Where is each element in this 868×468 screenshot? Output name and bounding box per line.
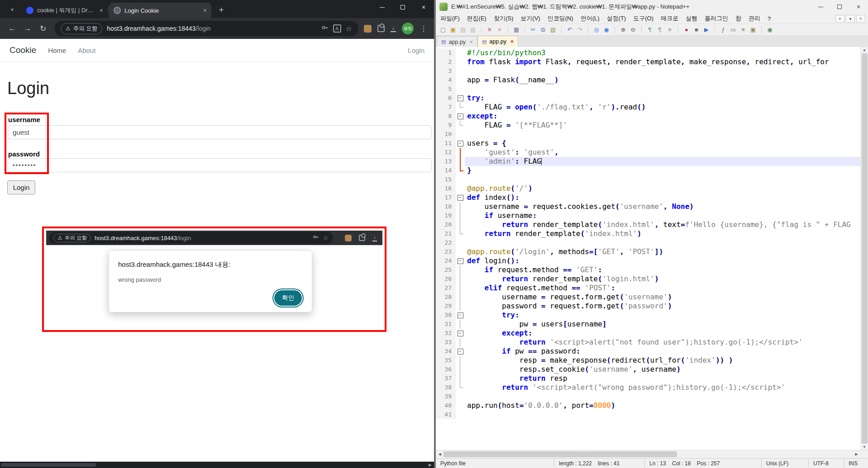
scroll-right-arrow[interactable]: ▶ <box>853 452 860 456</box>
nav-login-link[interactable]: Login <box>408 47 424 54</box>
browser-horizontal-scrollbar[interactable]: ▶ <box>0 462 434 468</box>
document-list-icon[interactable]: ≡ <box>739 25 748 34</box>
username-input[interactable] <box>8 125 432 139</box>
undo-icon[interactable]: ↶ <box>565 25 574 34</box>
close-button[interactable]: × <box>849 0 868 14</box>
playback-macro-icon[interactable]: ▶ <box>702 25 711 34</box>
show-all-characters-icon[interactable]: ¶ <box>655 25 664 34</box>
fold-toggle-icon[interactable] <box>456 112 465 121</box>
indent-guide-icon[interactable]: ≡ <box>665 25 674 34</box>
vertical-scrollbar[interactable]: ▲ ▼ <box>860 47 868 450</box>
paste-icon[interactable]: ▧ <box>548 25 558 34</box>
tab-search-icon[interactable]: ▾ <box>3 2 22 17</box>
copy-icon[interactable]: ⧉ <box>539 25 548 34</box>
editor-tab-active[interactable]: ▤ app.py × <box>477 36 518 47</box>
password-input[interactable] <box>8 158 432 172</box>
tab-close-icon[interactable]: × <box>100 7 103 14</box>
folder-as-workspace-icon[interactable]: ▣ <box>749 25 758 34</box>
omnibox[interactable]: ⚠ 주의 요함 host3.dreamhack.games:18443/logi… <box>54 21 358 36</box>
fold-toggle-icon[interactable] <box>456 311 465 320</box>
menu-item[interactable]: 찾기(S) <box>490 14 517 23</box>
translate-icon[interactable]: A <box>333 24 341 33</box>
save-icon[interactable]: ▤ <box>458 25 467 34</box>
menu-item[interactable]: 실행 <box>682 14 701 23</box>
menu-item[interactable]: 도구(O) <box>630 14 657 23</box>
menu-item[interactable]: 파일(F) <box>437 14 463 23</box>
menu-item[interactable]: 설정(T) <box>603 14 630 23</box>
scrollbar-thumb[interactable] <box>444 451 677 457</box>
menu-item[interactable]: 플러그인 <box>701 14 732 23</box>
browser-tab[interactable]: cookie | 워게임 | Dreamhack | × <box>22 3 108 18</box>
editor[interactable]: 1#!/usr/bin/python32from flask import Fl… <box>436 47 860 450</box>
new-file-icon[interactable]: ▢ <box>439 25 448 34</box>
scrollbar-thumb[interactable] <box>1 463 96 467</box>
menu-item[interactable]: 관리 <box>745 14 764 23</box>
editor-tab[interactable]: ▤ app.py × <box>437 36 477 47</box>
nav-about-link[interactable]: About <box>78 47 95 54</box>
stop-recording-icon[interactable]: ■ <box>692 25 701 34</box>
site-brand[interactable]: Cookie <box>10 45 36 55</box>
site-warning-chip[interactable]: ⚠ 주의 요함 <box>61 23 102 34</box>
menu-item[interactable]: 언어(L) <box>577 14 603 23</box>
menu-item[interactable]: 창 <box>732 14 745 23</box>
find-icon[interactable]: ◎ <box>592 25 601 34</box>
close-icon[interactable]: ✕ <box>485 25 494 34</box>
close-tab-icon[interactable]: × <box>510 38 514 45</box>
scroll-left-arrow[interactable]: ◀ <box>436 452 444 456</box>
extensions-puzzle-icon[interactable] <box>377 25 385 32</box>
maximize-button[interactable] <box>392 0 413 14</box>
menu-item[interactable]: 보기(V) <box>517 14 544 23</box>
function-list-icon[interactable]: ƒ <box>719 25 728 34</box>
print-icon[interactable]: ▦ <box>512 25 521 34</box>
forward-icon[interactable]: → <box>20 21 35 36</box>
login-submit-button[interactable]: Login <box>7 180 35 194</box>
menu-kebab-icon[interactable]: ⋮ <box>420 24 428 33</box>
browser-tab-active[interactable]: Login Cookie × <box>109 3 211 18</box>
save-all-icon[interactable]: ▥ <box>468 25 477 34</box>
zoom-in-icon[interactable]: ⊕ <box>619 25 628 34</box>
close-tab-icon[interactable]: × <box>470 39 473 45</box>
scroll-right-arrow[interactable]: ▶ <box>429 462 432 468</box>
downloads-icon[interactable]: ↓ <box>391 25 396 32</box>
fold-toggle-icon[interactable] <box>456 193 465 202</box>
monitoring-icon[interactable]: ◉ <box>765 25 774 34</box>
new-tab-button[interactable]: + <box>215 4 228 16</box>
reload-icon[interactable]: ↻ <box>35 21 51 36</box>
fold-toggle-icon[interactable] <box>456 347 465 356</box>
replace-icon[interactable]: ◉ <box>602 25 611 34</box>
minimize-button[interactable] <box>372 0 392 14</box>
fold-toggle-icon[interactable] <box>456 256 465 265</box>
word-wrap-icon[interactable]: ¶ <box>645 25 654 34</box>
close-button[interactable]: × <box>413 0 434 14</box>
document-map-icon[interactable]: ▭ <box>729 25 738 34</box>
open-file-icon[interactable]: ▣ <box>448 25 458 34</box>
fold-toggle-icon[interactable] <box>456 94 465 103</box>
close-all-icon[interactable]: ✕ <box>495 25 504 34</box>
scrollbar-thumb[interactable] <box>862 53 868 444</box>
nav-home-link[interactable]: Home <box>48 47 66 54</box>
profile-avatar[interactable]: 원정 <box>402 23 414 34</box>
password-key-icon[interactable] <box>321 24 329 33</box>
scroll-down-arrow[interactable]: ▼ <box>863 445 866 449</box>
minimize-button[interactable] <box>811 0 830 14</box>
menu-item[interactable]: ? <box>764 15 774 22</box>
menu-item[interactable]: 매크로 <box>657 14 682 23</box>
close-icon[interactable]: × <box>856 15 865 23</box>
maximize-button[interactable] <box>830 0 849 14</box>
horizontal-scrollbar[interactable]: ◀ ▶ <box>436 450 868 458</box>
fold-toggle-icon[interactable] <box>456 139 465 148</box>
scroll-up-arrow[interactable]: ▲ <box>863 48 866 52</box>
start-recording-icon[interactable]: ● <box>682 25 691 34</box>
zoom-out-icon[interactable]: ⊖ <box>629 25 638 34</box>
chevron-down-icon[interactable]: ▾ <box>846 15 855 23</box>
redo-icon[interactable]: ↷ <box>575 25 584 34</box>
menu-item[interactable]: 편집(E) <box>463 14 490 23</box>
tab-close-icon[interactable]: × <box>203 7 207 14</box>
bookmark-star-icon[interactable]: ☆ <box>346 24 352 33</box>
menu-item[interactable]: 인코딩(N) <box>544 14 577 23</box>
side-panel-icon[interactable] <box>364 25 372 33</box>
plus-icon[interactable]: + <box>835 15 844 23</box>
cut-icon[interactable]: ✂ <box>529 25 538 34</box>
fold-toggle-icon[interactable] <box>456 329 465 338</box>
back-icon[interactable]: ← <box>5 21 20 36</box>
